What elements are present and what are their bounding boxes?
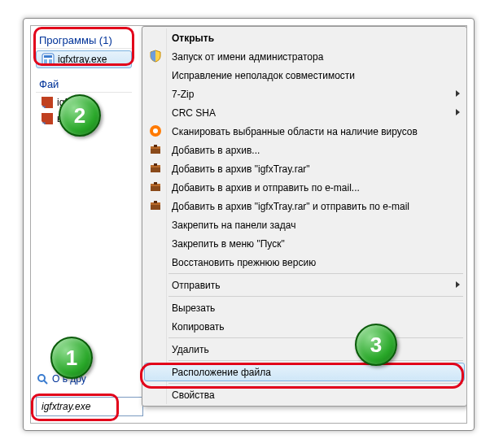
menu-7zip[interactable]: 7-Zip bbox=[144, 85, 465, 103]
svg-rect-18 bbox=[154, 182, 157, 185]
see-more-label: О ь дру bbox=[52, 373, 86, 385]
menu-crc-sha[interactable]: CRC SHA bbox=[144, 103, 465, 122]
menu-restore-prev[interactable]: Восстановить прежнюю версию bbox=[144, 253, 465, 272]
result-program-igfxtray[interactable]: igfxtray.exe bbox=[36, 50, 132, 68]
svg-rect-2 bbox=[44, 59, 47, 63]
search-input[interactable] bbox=[42, 401, 138, 412]
search-icon bbox=[36, 372, 49, 385]
menu-open[interactable]: Открыть bbox=[144, 28, 465, 47]
svg-rect-3 bbox=[49, 59, 52, 63]
menu-separator bbox=[168, 383, 463, 384]
chevron-right-icon bbox=[456, 281, 460, 288]
search-results-sidebar: Программы (1) igfxtray.exe Фай igfx... ы… bbox=[31, 26, 137, 390]
menu-separator bbox=[168, 273, 463, 274]
context-menu: Открыть Запуск от имени администратора И… bbox=[142, 26, 467, 407]
winrar-icon bbox=[149, 181, 162, 194]
winrar-icon bbox=[149, 162, 162, 175]
svg-rect-1 bbox=[44, 55, 52, 58]
result-file-1[interactable]: igfx... bbox=[36, 94, 132, 111]
menu-properties[interactable]: Свойства bbox=[144, 385, 465, 404]
menu-add-email[interactable]: Добавить в архив и отправить по e-mail..… bbox=[144, 178, 465, 197]
search-box[interactable] bbox=[36, 397, 143, 416]
menu-send-to[interactable]: Отправить bbox=[144, 276, 465, 294]
menu-file-location[interactable]: Расположение файла bbox=[144, 363, 465, 381]
winrar-icon bbox=[149, 143, 162, 156]
menu-separator bbox=[168, 360, 463, 361]
chevron-right-icon bbox=[456, 109, 460, 115]
menu-add-archive[interactable]: Добавить в архив... bbox=[144, 141, 465, 159]
shortcut-icon bbox=[41, 112, 54, 125]
menu-delete[interactable]: Удалить bbox=[144, 340, 465, 359]
svg-point-6 bbox=[38, 375, 45, 381]
menu-pin-start[interactable]: Закрепить в меню "Пуск" bbox=[144, 234, 465, 253]
programs-header: Программы (1) bbox=[36, 33, 132, 49]
svg-rect-21 bbox=[154, 201, 157, 203]
svg-rect-12 bbox=[154, 145, 157, 147]
menu-scan-virus[interactable]: Сканировать выбранные области на наличие… bbox=[144, 122, 465, 141]
see-more-results[interactable]: О ь дру bbox=[36, 372, 142, 385]
window-frame-outer: Программы (1) igfxtray.exe Фай igfx... ы… bbox=[23, 18, 475, 431]
svg-line-7 bbox=[44, 381, 47, 384]
files-header: Фай bbox=[36, 76, 132, 93]
winrar-icon bbox=[149, 199, 162, 212]
menu-add-rar[interactable]: Добавить в архив "igfxTray.rar" bbox=[144, 159, 465, 178]
menu-add-rar-email[interactable]: Добавить в архив "igfxTray.rar" и отправ… bbox=[144, 197, 465, 215]
svg-point-9 bbox=[153, 128, 158, 133]
menu-cut[interactable]: Вырезать bbox=[144, 298, 465, 317]
result-file-1-label: igfx... bbox=[57, 97, 81, 108]
result-file-2[interactable]: ый про... bbox=[36, 111, 132, 127]
menu-run-as-admin[interactable]: Запуск от имени администратора bbox=[144, 47, 465, 66]
chevron-right-icon bbox=[456, 90, 460, 97]
menu-separator bbox=[168, 337, 463, 338]
avast-icon bbox=[149, 124, 162, 137]
exe-icon bbox=[42, 53, 55, 66]
start-menu-search-panel: Программы (1) igfxtray.exe Фай igfx... ы… bbox=[30, 25, 467, 424]
menu-troubleshoot[interactable]: Исправление неполадок совместимости bbox=[144, 66, 465, 85]
result-file-2-label: ый про... bbox=[57, 113, 97, 124]
shortcut-icon bbox=[41, 96, 54, 109]
result-program-label: igfxtray.exe bbox=[58, 54, 107, 65]
svg-rect-15 bbox=[154, 163, 157, 166]
menu-copy[interactable]: Копировать bbox=[144, 317, 465, 336]
menu-pin-taskbar[interactable]: Закрепить на панели задач bbox=[144, 215, 465, 234]
shield-icon bbox=[149, 50, 162, 63]
menu-separator bbox=[168, 296, 463, 297]
